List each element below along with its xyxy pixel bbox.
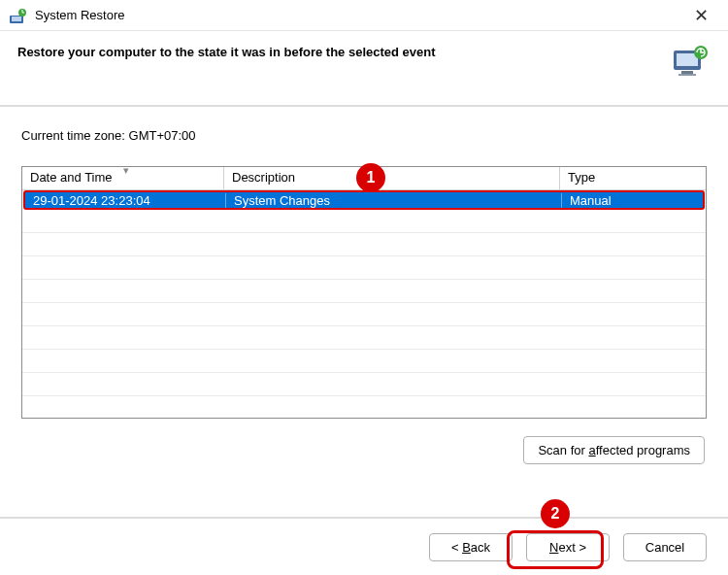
cell-type: Manual [561, 193, 703, 208]
col-type-label: Type [568, 170, 595, 185]
svg-rect-1 [12, 17, 21, 21]
table-gridlines [22, 210, 706, 418]
svg-rect-6 [678, 74, 696, 76]
col-type[interactable]: Type [560, 167, 706, 190]
cell-description: System Changes [225, 193, 561, 208]
table-header: Date and Time ▾ Description Type [22, 167, 706, 190]
scan-affected-programs-button[interactable]: Scan for affected programs [523, 436, 705, 464]
chevron-down-icon: ▾ [123, 164, 129, 177]
col-datetime[interactable]: Date and Time ▾ [22, 167, 224, 190]
content-area: Current time zone: GMT+07:00 Date and Ti… [0, 107, 728, 464]
wizard-header: Restore your computer to the state it wa… [0, 31, 728, 107]
col-description[interactable]: Description [224, 167, 560, 190]
restore-app-icon [10, 8, 27, 23]
table-row[interactable]: 29-01-2024 23:23:04 System Changes Manua… [23, 190, 705, 210]
col-datetime-label: Date and Time [30, 170, 113, 185]
restore-points-table[interactable]: Date and Time ▾ Description Type 29-01-2… [21, 166, 707, 419]
svg-rect-5 [681, 71, 693, 74]
monitor-restore-icon [672, 45, 711, 78]
cell-datetime: 29-01-2024 23:23:04 [25, 193, 225, 208]
page-heading: Restore your computer to the state it wa… [17, 45, 672, 59]
wizard-footer: < Back Next > Cancel [0, 517, 728, 575]
col-description-label: Description [232, 170, 295, 185]
back-button[interactable]: < Back [429, 533, 513, 561]
titlebar: System Restore ✕ [0, 0, 728, 31]
timezone-label: Current time zone: GMT+07:00 [21, 128, 707, 143]
next-button[interactable]: Next > [526, 533, 610, 561]
cancel-button[interactable]: Cancel [623, 533, 707, 561]
close-icon[interactable]: ✕ [681, 0, 720, 31]
window-title: System Restore [35, 8, 681, 22]
